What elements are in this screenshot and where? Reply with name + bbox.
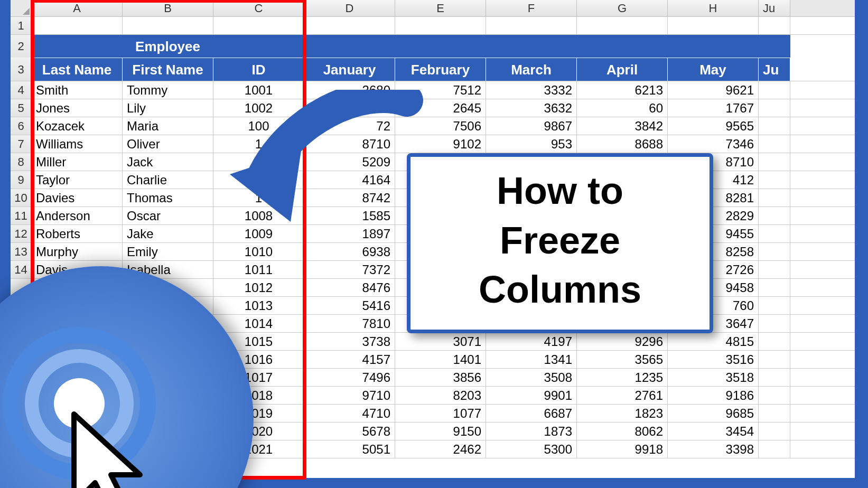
cell[interactable]: [577, 17, 668, 34]
cell[interactable]: 1341: [486, 351, 577, 368]
cell[interactable]: 3738: [304, 333, 395, 350]
row-header[interactable]: 4: [11, 81, 32, 99]
cell[interactable]: 4197: [486, 333, 577, 350]
cell[interactable]: [759, 117, 790, 135]
cell[interactable]: 2645: [395, 99, 486, 117]
cell[interactable]: [759, 99, 790, 117]
cell[interactable]: 6938: [304, 243, 395, 260]
col-header-G[interactable]: G: [577, 0, 668, 16]
cell[interactable]: 6213: [577, 81, 668, 99]
row-header[interactable]: 7: [11, 135, 32, 153]
cell[interactable]: 9186: [668, 387, 759, 404]
cell[interactable]: [759, 171, 790, 189]
row-header[interactable]: 8: [11, 153, 32, 171]
cell[interactable]: [759, 153, 790, 171]
cell[interactable]: 9296: [577, 333, 668, 350]
cell[interactable]: 9918: [577, 440, 668, 458]
cell[interactable]: [759, 297, 790, 314]
cell[interactable]: 3842: [577, 117, 668, 135]
cell[interactable]: 3565: [577, 351, 668, 368]
cell[interactable]: 8742: [304, 189, 395, 207]
cell[interactable]: 7372: [304, 261, 395, 278]
cell[interactable]: 8476: [304, 279, 395, 296]
cell[interactable]: Miller: [32, 153, 123, 171]
cell[interactable]: Roberts: [32, 225, 123, 242]
cell[interactable]: Lily: [123, 99, 213, 117]
header-march[interactable]: March: [486, 58, 577, 81]
row-header[interactable]: 12: [11, 225, 32, 242]
cell[interactable]: [759, 189, 790, 207]
header-first-name[interactable]: First Name: [123, 58, 213, 81]
cell[interactable]: 1767: [668, 99, 759, 117]
col-header-D[interactable]: D: [304, 0, 395, 16]
cell[interactable]: 9901: [486, 387, 577, 404]
cell[interactable]: [759, 423, 790, 440]
header-id[interactable]: ID: [213, 58, 304, 81]
cell[interactable]: 60: [577, 99, 668, 117]
cell[interactable]: [759, 387, 790, 404]
row-header[interactable]: 11: [11, 207, 32, 224]
cell[interactable]: [759, 225, 790, 242]
col-header-E[interactable]: E: [395, 0, 486, 16]
cell[interactable]: 3516: [668, 351, 759, 368]
cell[interactable]: Taylor: [32, 171, 123, 189]
cell[interactable]: 4164: [304, 171, 395, 189]
row-header[interactable]: 2: [11, 35, 32, 58]
cell[interactable]: 3508: [486, 369, 577, 386]
cell[interactable]: 1897: [304, 225, 395, 242]
cell[interactable]: 8688: [577, 135, 668, 153]
header-april[interactable]: April: [577, 58, 668, 81]
cell[interactable]: 953: [486, 135, 577, 153]
cell[interactable]: 1009: [213, 225, 304, 242]
header-february[interactable]: February: [395, 58, 486, 81]
cell[interactable]: [304, 17, 395, 34]
cell[interactable]: [213, 171, 304, 189]
cell[interactable]: 9102: [395, 135, 486, 153]
cell[interactable]: [759, 261, 790, 278]
cell[interactable]: 72: [304, 117, 395, 135]
cell[interactable]: 8203: [395, 387, 486, 404]
cell[interactable]: [759, 207, 790, 224]
employee-merged-header[interactable]: Employee: [123, 35, 213, 58]
cell[interactable]: 1001: [213, 81, 304, 99]
cell[interactable]: 4815: [668, 333, 759, 350]
cell[interactable]: 2462: [395, 440, 486, 458]
cell[interactable]: Oscar: [123, 207, 213, 224]
cell[interactable]: [759, 405, 790, 422]
cell[interactable]: [759, 279, 790, 296]
cell[interactable]: 9710: [304, 387, 395, 404]
cell[interactable]: 1077: [395, 405, 486, 422]
cell[interactable]: 7346: [668, 135, 759, 153]
cell[interactable]: [213, 35, 304, 58]
cell[interactable]: Charlie: [123, 171, 213, 189]
cell[interactable]: 9685: [668, 405, 759, 422]
cell[interactable]: 3332: [486, 81, 577, 99]
cell[interactable]: [213, 17, 304, 34]
cell[interactable]: [759, 35, 790, 58]
cell[interactable]: 1823: [577, 405, 668, 422]
cell[interactable]: 1401: [395, 351, 486, 368]
cell[interactable]: 9867: [486, 117, 577, 135]
cell[interactable]: 2761: [577, 387, 668, 404]
cell[interactable]: [395, 35, 486, 58]
cell[interactable]: [32, 17, 123, 34]
cell[interactable]: 1002: [213, 99, 304, 117]
cell[interactable]: 6687: [486, 405, 577, 422]
cell[interactable]: 1235: [577, 369, 668, 386]
cell[interactable]: [486, 35, 577, 58]
cell[interactable]: Emily: [123, 243, 213, 260]
cell[interactable]: 9150: [395, 423, 486, 440]
row-header[interactable]: 1: [11, 17, 32, 34]
cell[interactable]: Jack: [123, 153, 213, 171]
cell[interactable]: [759, 81, 790, 99]
cell[interactable]: 7512: [395, 81, 486, 99]
cell[interactable]: 1873: [486, 423, 577, 440]
cell[interactable]: 1: [213, 189, 304, 207]
header-january[interactable]: January: [304, 58, 395, 81]
cell[interactable]: Jones: [32, 99, 123, 117]
cell[interactable]: [759, 315, 790, 332]
cell[interactable]: 8710: [304, 135, 395, 153]
col-header-A[interactable]: A: [32, 0, 123, 16]
cell[interactable]: [304, 35, 395, 58]
cell[interactable]: 5209: [304, 153, 395, 171]
